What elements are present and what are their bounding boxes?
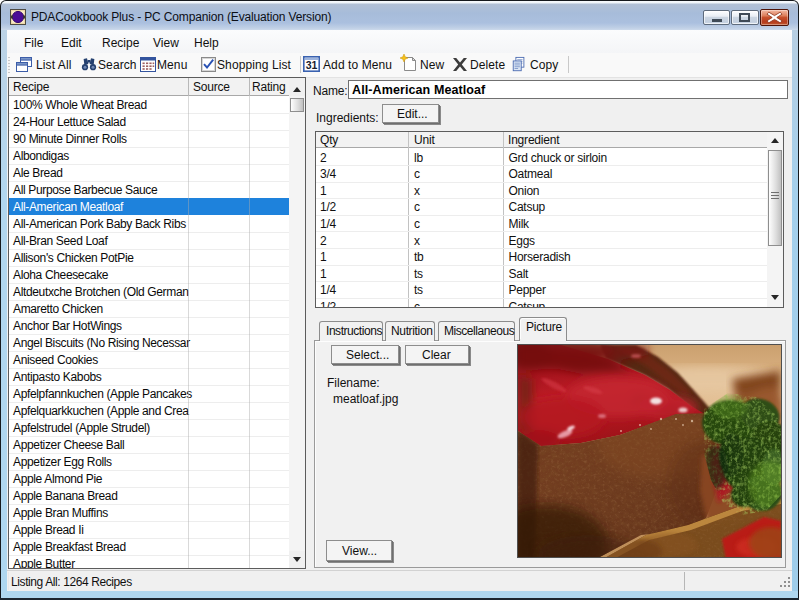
svg-text:31: 31: [306, 59, 318, 71]
